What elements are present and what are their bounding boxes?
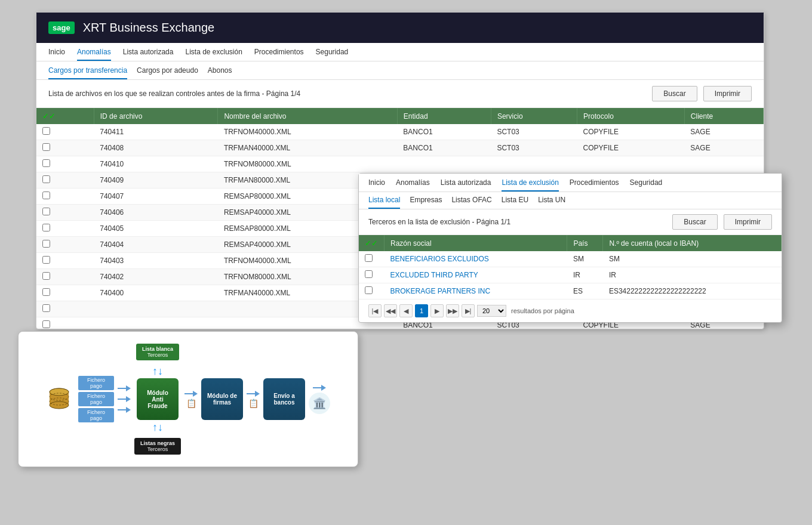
row-nombre: TRFNOM80000.XML xyxy=(218,156,397,172)
overlay-nav-inicio[interactable]: Inicio xyxy=(368,178,385,192)
envelope-icon-2: 📋 xyxy=(248,399,259,408)
lista-blanca-label: Lista blanca Terceros xyxy=(136,344,179,360)
sub-tabs: Cargos por transferencia Cargos por adeu… xyxy=(36,61,764,80)
row-servicio: SCT03 xyxy=(491,124,577,140)
row-checkbox[interactable] xyxy=(36,140,94,156)
check-all-icon: ✓✓ xyxy=(42,112,56,121)
page-last-btn[interactable]: ▶| xyxy=(462,304,475,317)
nav-procedimientos[interactable]: Procedimientos xyxy=(254,48,304,61)
overlay-buscar-button[interactable]: Buscar xyxy=(672,214,717,230)
per-page-select[interactable]: 20 50 100 xyxy=(477,305,506,317)
overlay-row-razon[interactable]: BENEFICIARIOS EXCLUIDOS xyxy=(385,251,567,267)
row-checkbox[interactable] xyxy=(36,124,94,140)
overlay-row-razon[interactable]: EXCLUDED THIRD PARTY xyxy=(385,267,567,283)
buscar-button[interactable]: Buscar xyxy=(652,86,697,101)
tab-cargos-adeudo[interactable]: Cargos por adeudo xyxy=(137,66,198,79)
row-servicio xyxy=(491,156,577,172)
overlay-nav: Inicio Anomalías Lista autorizada Lista … xyxy=(359,174,782,192)
overlay-table-row: BENEFICIARIOS EXCLUIDOS SM SM xyxy=(359,251,782,267)
row-checkbox[interactable] xyxy=(36,301,94,317)
row-checkbox[interactable] xyxy=(36,172,94,189)
overlay-row-pais: IR xyxy=(567,267,603,283)
nav-inicio[interactable]: Inicio xyxy=(48,48,65,61)
overlay-tab-listas-ofac[interactable]: Listas OFAC xyxy=(451,196,491,209)
page-next2-btn[interactable]: ▶▶ xyxy=(446,304,459,317)
svg-point-3 xyxy=(50,388,69,396)
pagination-label: resultados por página xyxy=(511,307,574,314)
overlay-nav-anomalias[interactable]: Anomalías xyxy=(396,178,430,192)
overlay-toolbar: Terceros en la lista de exclusión - Pági… xyxy=(359,209,782,235)
row-checkbox[interactable] xyxy=(36,285,94,301)
overlay-window: Inicio Anomalías Lista autorizada Lista … xyxy=(358,173,782,323)
th-entidad: Entidad xyxy=(397,108,491,124)
tab-cargos-transferencia[interactable]: Cargos por transferencia xyxy=(48,66,127,79)
row-id: 740402 xyxy=(94,269,218,285)
overlay-tab-lista-local[interactable]: Lista local xyxy=(368,196,400,209)
row-entidad: BANCO1 xyxy=(397,124,491,140)
row-id: 740406 xyxy=(94,205,218,221)
table-row: 740408 TRFMAN40000.XML BANCO1 SCT03 COPY… xyxy=(36,140,764,156)
page-prev2-btn[interactable]: ◀◀ xyxy=(384,304,397,317)
row-checkbox[interactable] xyxy=(36,317,94,329)
table-row: 740411 TRFNOM40000.XML BANCO1 SCT03 COPY… xyxy=(36,124,764,140)
th-servicio: Servicio xyxy=(491,108,577,124)
overlay-tab-empresas[interactable]: Empresas xyxy=(410,196,442,209)
diagram-container: Fichero pago Fichero pago Fichero pago L… xyxy=(28,344,348,455)
row-cliente xyxy=(684,156,763,172)
overlay-row-razon[interactable]: BROKERAGE PARTNERS INC xyxy=(385,283,567,299)
overlay-row-checkbox[interactable] xyxy=(359,251,385,267)
listas-negras-label: Listas negras Terceros xyxy=(134,438,181,455)
arrow-to-bank xyxy=(313,384,326,391)
arrow-to-firmas xyxy=(184,390,198,397)
sage-logo: sage xyxy=(48,21,75,34)
up-arrows: ↑↓ xyxy=(152,366,163,376)
arrow-right-3 xyxy=(118,406,131,413)
toolbar-description: Lista de archivos en los que se realizan… xyxy=(48,89,646,98)
arrow-to-bancos xyxy=(247,390,260,397)
overlay-tab-lista-eu[interactable]: Lista EU xyxy=(502,196,528,209)
header-bar: sage XRT Business Exchange xyxy=(36,13,764,43)
overlay-row-cuenta: SM xyxy=(603,251,782,267)
arrows-to-module xyxy=(118,385,131,413)
firmas-module: Módulo de firmas xyxy=(201,378,243,420)
main-toolbar: Lista de archivos en los que se realizan… xyxy=(36,80,764,108)
row-checkbox[interactable] xyxy=(36,253,94,269)
row-id: 740411 xyxy=(94,124,218,140)
file-item-1: Fichero pago xyxy=(78,376,114,390)
overlay-row-checkbox[interactable] xyxy=(359,267,385,283)
row-checkbox[interactable] xyxy=(36,237,94,253)
overlay-tab-lista-un[interactable]: Lista UN xyxy=(538,196,565,209)
overlay-nav-lista-autorizada[interactable]: Lista autorizada xyxy=(441,178,491,192)
page-next-btn[interactable]: ▶ xyxy=(430,304,444,317)
overlay-nav-seguridad[interactable]: Seguridad xyxy=(630,178,663,192)
anti-fraude-module: Módulo Anti Fraude xyxy=(137,378,179,420)
file-item-3: Fichero pago xyxy=(78,408,114,422)
select-all-header[interactable]: ✓✓ xyxy=(36,108,94,124)
nav-seguridad[interactable]: Seguridad xyxy=(316,48,349,61)
tab-abonos[interactable]: Abonos xyxy=(208,66,232,79)
imprimir-button[interactable]: Imprimir xyxy=(703,86,752,101)
overlay-th-cuenta: N.º de cuenta (local o IBAN) xyxy=(603,235,782,251)
overlay-th-pais: País xyxy=(567,235,603,251)
overlay-sub-tabs: Lista local Empresas Listas OFAC Lista E… xyxy=(359,192,782,209)
nav-lista-autorizada[interactable]: Lista autorizada xyxy=(123,48,174,61)
overlay-check-th[interactable]: ✓✓ xyxy=(359,235,385,251)
row-checkbox[interactable] xyxy=(36,189,94,205)
page-1-btn[interactable]: 1 xyxy=(415,304,428,317)
row-checkbox[interactable] xyxy=(36,205,94,221)
overlay-nav-lista-exclusion[interactable]: Lista de exclusión xyxy=(502,178,558,192)
row-nombre: TRFNOM40000.XML xyxy=(218,124,397,140)
page-first-btn[interactable]: |◀ xyxy=(368,304,382,317)
page-prev-btn[interactable]: ◀ xyxy=(399,304,413,317)
row-checkbox[interactable] xyxy=(36,221,94,237)
row-nombre: TRFMAN40000.XML xyxy=(218,140,397,156)
row-checkbox[interactable] xyxy=(36,156,94,172)
nav-lista-exclusion[interactable]: Lista de exclusión xyxy=(185,48,242,61)
down-arrows: ↑↓ xyxy=(152,422,163,433)
arrow-right-2 xyxy=(118,396,131,403)
nav-anomalias[interactable]: Anomalías xyxy=(77,48,111,61)
row-checkbox[interactable] xyxy=(36,269,94,285)
overlay-imprimir-button[interactable]: Imprimir xyxy=(724,214,772,230)
overlay-nav-procedimientos[interactable]: Procedimientos xyxy=(570,178,619,192)
overlay-row-checkbox[interactable] xyxy=(359,283,385,299)
